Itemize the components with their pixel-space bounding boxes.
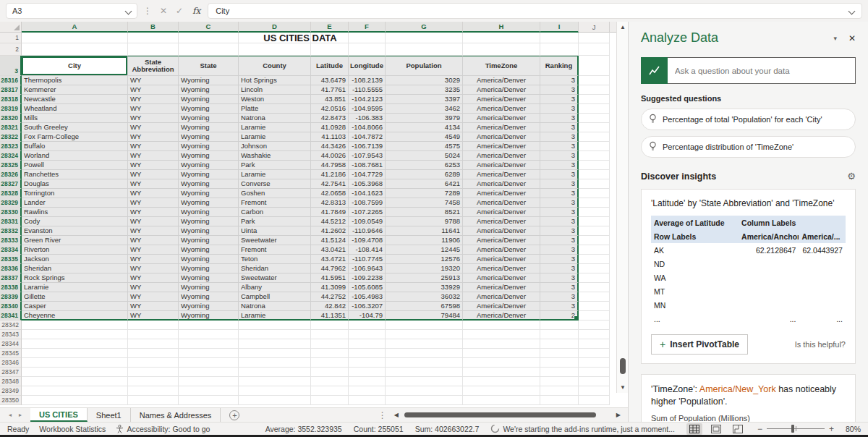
column-header-C[interactable]: C [179, 22, 239, 33]
row-header-28316[interactable]: 28316 [0, 76, 22, 85]
row-header-28340[interactable]: 28340 [0, 302, 22, 311]
row-header-28330[interactable]: 28330 [0, 208, 22, 217]
row-header-28325[interactable]: 28325 [0, 161, 22, 170]
accessibility-status[interactable]: Accessibility: Good to go [116, 425, 210, 433]
insert-pivottable-button[interactable]: + Insert PivotTable [651, 334, 748, 355]
select-all-corner[interactable] [0, 22, 22, 33]
row-header-28320[interactable]: 28320 [0, 114, 22, 123]
row-header-1[interactable]: 1 [0, 33, 22, 43]
row-header-28348[interactable]: 28348 [0, 377, 22, 386]
column-title-longitude[interactable]: Longitude [349, 56, 386, 76]
row-header-28324[interactable]: 28324 [0, 151, 22, 161]
column-title-latitude[interactable]: Latitude [311, 56, 349, 76]
column-header-E[interactable]: E [311, 22, 349, 33]
column-title-ranking[interactable]: Ranking [540, 56, 579, 76]
column-header-B[interactable]: B [128, 22, 179, 33]
zoom-slider[interactable] [767, 428, 825, 429]
row-header-28349[interactable]: 28349 [0, 386, 22, 396]
column-header-A[interactable]: A [22, 22, 128, 33]
ask-question-input[interactable] [668, 57, 856, 84]
column-title-population[interactable]: Population [386, 56, 463, 76]
column-title-state[interactable]: State [179, 56, 239, 76]
row-header-28332[interactable]: 28332 [0, 226, 22, 236]
sheet-tab-us-cities[interactable]: US CITIES [30, 408, 88, 422]
sheet-tab-names-addresses[interactable]: Names & Addresses [131, 408, 221, 422]
pivot-insight-card[interactable]: 'Latitude' by 'State Abbreviation' and '… [641, 189, 856, 364]
column-header-D[interactable]: D [239, 22, 311, 33]
zoom-in-icon[interactable]: + [829, 424, 834, 434]
suggestion-pill[interactable]: Percentage of total 'Population' for eac… [641, 109, 856, 130]
enter-icon[interactable]: ✓ [174, 6, 185, 16]
gear-icon[interactable]: ⚙ [847, 171, 856, 182]
expand-formula-bar-icon[interactable] [848, 7, 856, 14]
row-header-28339[interactable]: 28339 [0, 292, 22, 302]
cancel-icon[interactable]: ✕ [158, 6, 169, 16]
column-title-timezone[interactable]: TimeZone [463, 56, 540, 76]
suggestion-pill[interactable]: Percentage distribution of 'TimeZone' [641, 136, 856, 158]
hscroll-right-icon[interactable]: ▶ [616, 412, 621, 418]
tab-nav-right-icon[interactable]: ▸ [19, 412, 22, 418]
row-header-2[interactable]: 2 [0, 43, 22, 56]
column-header-F[interactable]: F [349, 22, 386, 33]
row-header-28327[interactable]: 28327 [0, 179, 22, 189]
column-header-G[interactable]: G [386, 22, 463, 33]
zoom-slider-thumb[interactable] [791, 425, 794, 433]
row-header-28333[interactable]: 28333 [0, 236, 22, 245]
horizontal-scrollbar-thumb[interactable] [404, 412, 596, 417]
normal-view-icon[interactable] [686, 423, 702, 435]
vertical-scrollbar[interactable]: ▲ ▼ [616, 22, 628, 393]
row-header-28323[interactable]: 28323 [0, 142, 22, 151]
row-header-28331[interactable]: 28331 [0, 217, 22, 226]
sheet-tab-sheet1[interactable]: Sheet1 [88, 408, 131, 422]
hscroll-left-icon[interactable]: ◀ [394, 412, 399, 418]
column-header-H[interactable]: H [463, 22, 540, 33]
row-header-28345[interactable]: 28345 [0, 349, 22, 358]
row-header-28341[interactable]: 28341 [0, 311, 22, 321]
column-title-state-abbreviation[interactable]: State Abbreviation [128, 56, 179, 76]
row-header-28334[interactable]: 28334 [0, 245, 22, 255]
row-header-28338[interactable]: 28338 [0, 283, 22, 292]
tab-options-icon[interactable]: ⋮ [377, 410, 388, 420]
tab-nav-left-icon[interactable]: ◂ [9, 412, 12, 418]
row-header-28343[interactable]: 28343 [0, 330, 22, 339]
column-header-J[interactable]: J [579, 22, 610, 33]
more-options-icon[interactable]: ⋮ [142, 6, 153, 16]
zoom-level[interactable]: 80% [846, 425, 861, 433]
scroll-down-icon[interactable]: ▼ [620, 384, 626, 391]
pane-close-icon[interactable]: ✕ [848, 33, 856, 43]
workbook-statistics-button[interactable]: Workbook Statistics [39, 425, 106, 433]
insert-function-icon[interactable]: fx [190, 6, 203, 16]
row-header-28346[interactable]: 28346 [0, 358, 22, 368]
row-header-28337[interactable]: 28337 [0, 273, 22, 283]
page-break-view-icon[interactable] [730, 423, 746, 435]
scroll-up-icon[interactable]: ▲ [620, 24, 626, 30]
horizontal-scrollbar[interactable] [404, 412, 610, 418]
is-this-helpful-link[interactable]: Is this helpful? [795, 340, 846, 349]
row-header-28326[interactable]: 28326 [0, 170, 22, 179]
pane-dropdown-icon[interactable]: ▾ [833, 35, 837, 42]
row-header-28319[interactable]: 28319 [0, 104, 22, 114]
formula-input[interactable]: City [208, 3, 862, 19]
row-header-28347[interactable]: 28347 [0, 368, 22, 377]
row-header-3[interactable]: 3 [0, 56, 22, 76]
row-header-28321[interactable]: 28321 [0, 123, 22, 132]
row-header-28322[interactable]: 28322 [0, 132, 22, 142]
row-header-28335[interactable]: 28335 [0, 255, 22, 264]
row-header-28350[interactable]: 28350 [0, 396, 22, 405]
column-header-I[interactable]: I [540, 22, 579, 33]
row-header-28336[interactable]: 28336 [0, 264, 22, 273]
new-sheet-button[interactable]: + [229, 410, 239, 420]
column-title-county[interactable]: County [239, 56, 311, 76]
row-header-28328[interactable]: 28328 [0, 189, 22, 198]
row-header-28342[interactable]: 28342 [0, 321, 22, 330]
chevron-down-icon[interactable] [125, 7, 132, 14]
column-title-city[interactable]: City [22, 56, 128, 76]
page-layout-view-icon[interactable] [708, 423, 724, 435]
row-header-28329[interactable]: 28329 [0, 198, 22, 208]
ask-submit-button[interactable] [641, 57, 668, 84]
row-header-28317[interactable]: 28317 [0, 85, 22, 95]
name-box[interactable]: A3 [6, 3, 137, 19]
zoom-out-icon[interactable]: − [757, 424, 762, 434]
vertical-scrollbar-thumb[interactable] [620, 358, 626, 374]
tab-nav-arrows[interactable]: ◂▸ [0, 408, 30, 422]
